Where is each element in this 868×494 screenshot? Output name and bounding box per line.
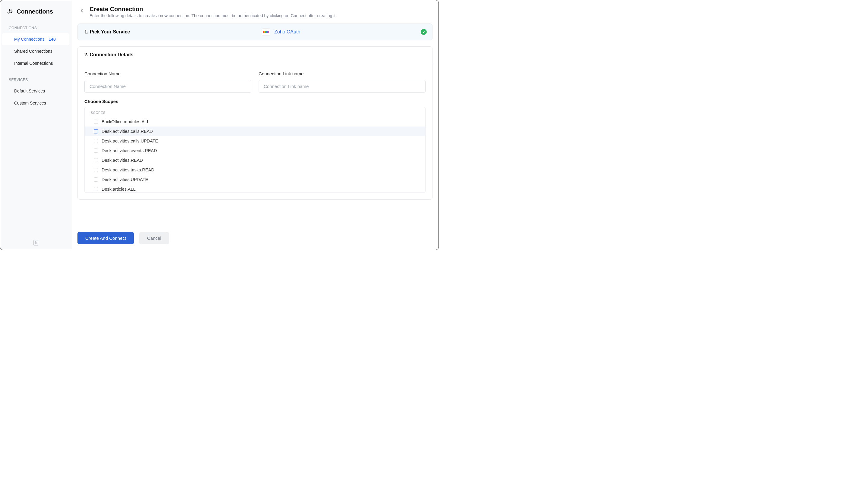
checkbox-icon[interactable] [94,129,98,133]
step2-title: 2. Connection Details [85,52,426,58]
plug-icon [7,8,14,15]
zoho-logo-icon [262,28,270,36]
connection-link-input[interactable] [259,80,426,93]
step-connection-details: 2. Connection Details Connection Name Co… [77,46,432,200]
sidebar-section-services: SERVICES [0,76,71,85]
sidebar: Connections CONNECTIONS My Connections 1… [0,0,71,250]
sidebar-item-label: My Connections [14,37,44,42]
selected-service: Zoho OAuth [262,28,300,36]
connection-link-label: Connection Link name [259,71,426,76]
sidebar-item-default-services[interactable]: Default Services [0,85,71,97]
sidebar-item-shared[interactable]: Shared Connections [0,45,71,57]
checkbox-icon[interactable] [94,158,98,163]
sidebar-item-custom-services[interactable]: Custom Services [0,97,71,109]
form-row: Connection Name Connection Link name [85,71,426,93]
page-header-text: Create Connection Enter the following de… [90,6,337,18]
step2-header: 2. Connection Details [78,47,432,63]
checkbox-icon[interactable] [94,119,98,124]
cancel-button[interactable]: Cancel [139,232,169,244]
sidebar-item-label: Custom Services [14,101,46,106]
scope-row[interactable]: Desk.activities.READ [85,155,425,165]
scope-label: Desk.activities.READ [101,158,143,163]
scope-row[interactable]: Desk.activities.UPDATE [85,175,425,184]
page-subtitle: Enter the following details to create a … [90,13,337,18]
back-button[interactable] [77,6,86,15]
sidebar-item-count: 148 [49,37,55,42]
sidebar-header: Connections [0,6,71,24]
footer-buttons: Create And Connect Cancel [77,230,432,250]
scope-label: Desk.activities.UPDATE [101,177,148,182]
sidebar-item-internal[interactable]: Internal Connections [0,57,71,69]
selected-service-name: Zoho OAuth [274,29,300,35]
checkbox-icon[interactable] [94,168,98,172]
connection-link-field: Connection Link name [259,71,426,93]
step1-title: 1. Pick Your Service [85,29,130,35]
collapse-panel-icon[interactable] [34,240,38,246]
sidebar-title: Connections [17,8,53,15]
scopes-box: SCOPES BackOffice.modules.ALL Desk.activ… [85,107,426,193]
checkbox-icon[interactable] [94,177,98,182]
sidebar-section-connections: CONNECTIONS [0,24,71,33]
choose-scopes-label: Choose Scopes [85,99,426,104]
sidebar-item-label: Internal Connections [14,61,53,66]
connection-name-input[interactable] [85,80,251,93]
scope-row[interactable]: Desk.activities.tasks.READ [85,165,425,175]
sidebar-item-label: Shared Connections [14,49,52,54]
step-pick-service[interactable]: 1. Pick Your Service Zoho OAuth [77,23,432,40]
sidebar-item-my-connections[interactable]: My Connections 148 [2,33,69,45]
checkmark-icon [421,29,427,35]
checkbox-icon[interactable] [94,187,98,191]
scope-row[interactable]: BackOffice.modules.ALL [85,117,425,127]
scope-label: Desk.activities.calls.READ [101,129,153,134]
scope-label: Desk.activities.tasks.READ [101,168,154,172]
scope-label: Desk.activities.calls.UPDATE [101,138,158,144]
connection-name-label: Connection Name [85,71,251,76]
step2-body: Connection Name Connection Link name Cho… [78,63,432,200]
scope-row[interactable]: Desk.activities.events.READ [85,146,425,155]
scope-label: BackOffice.modules.ALL [101,119,149,124]
sidebar-item-label: Default Services [14,89,45,93]
create-and-connect-button[interactable]: Create And Connect [77,232,134,244]
scope-row[interactable]: Desk.activities.calls.READ [85,127,425,136]
scope-row[interactable]: Desk.activities.calls.UPDATE [85,136,425,146]
connection-name-field: Connection Name [85,71,251,93]
main-content: Create Connection Enter the following de… [71,0,439,250]
scopes-heading: SCOPES [85,107,425,117]
scope-row[interactable]: Desk.articles.ALL [85,184,425,193]
page-title: Create Connection [90,6,337,13]
scope-label: Desk.articles.ALL [101,187,136,192]
checkbox-icon[interactable] [94,149,98,153]
page-header: Create Connection Enter the following de… [77,6,432,23]
scope-label: Desk.activities.events.READ [101,148,157,153]
checkbox-icon[interactable] [94,139,98,143]
